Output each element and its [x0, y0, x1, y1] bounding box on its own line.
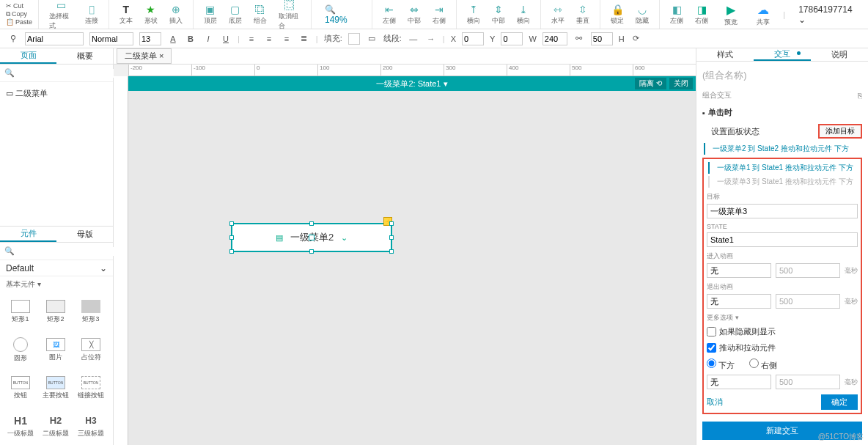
widget-h2[interactable]: H2二级标题 [38, 407, 73, 445]
interactions-tab[interactable]: 交互 [754, 48, 811, 61]
fill-swatch[interactable] [348, 33, 360, 45]
target-line[interactable]: 一级菜单2 到 State2 推动和拉动元件 下方 [704, 143, 862, 155]
state-select[interactable] [707, 232, 858, 247]
widget-placeholder[interactable]: ╳占位符 [73, 331, 108, 369]
widget-search-input[interactable] [18, 247, 119, 256]
lock-button[interactable]: 🔒锁定 [606, 1, 628, 27]
dist-v-button[interactable]: ⇳垂直 [572, 1, 594, 27]
anim-in-select[interactable] [707, 263, 771, 278]
widget-h3[interactable]: H3三级标题 [73, 407, 108, 445]
widget-primary-btn[interactable]: BUTTON主要按钮 [38, 369, 73, 407]
widget-image[interactable]: 🖼图片 [38, 331, 73, 369]
dock-left-button[interactable]: ◧左侧 [666, 1, 688, 27]
dist-h-button[interactable]: ⇿水平 [547, 1, 569, 27]
arrow-icon[interactable]: → [425, 33, 437, 45]
font-select[interactable] [25, 32, 84, 45]
x-input[interactable] [462, 32, 484, 45]
cancel-button[interactable]: 取消 [707, 397, 723, 408]
style-select[interactable] [89, 32, 133, 45]
w-input[interactable] [542, 32, 567, 45]
canvas-tab[interactable]: 二级菜单 × [117, 48, 172, 64]
zoom-display[interactable]: 🔍 149% [317, 4, 366, 25]
rotate-icon[interactable]: ⟳ [630, 33, 642, 45]
widget-h1[interactable]: H1一级标题 [3, 407, 38, 445]
valign-icon[interactable]: ≣ [298, 33, 310, 45]
pages-tab[interactable]: 页面 [0, 48, 56, 64]
widget-button[interactable]: BUTTON按钮 [3, 369, 38, 407]
preview-button[interactable]: ▶预览 [718, 0, 743, 29]
push-ms[interactable] [776, 375, 840, 389]
ungroup-button[interactable]: ⿴取消组合 [274, 0, 305, 32]
paste-button[interactable]: 📋 Paste [6, 18, 32, 26]
page-search-input[interactable] [18, 69, 119, 78]
align-top-button[interactable]: ⤒横向 [463, 1, 485, 27]
font-color-icon[interactable]: A [167, 33, 179, 45]
align-mid-button[interactable]: ⇕中部 [488, 1, 510, 27]
bring-front-button[interactable]: ▣顶层 [199, 1, 221, 27]
underline-icon[interactable]: U [220, 33, 232, 45]
align-center-button[interactable]: ⇔中部 [403, 1, 425, 27]
account-menu[interactable]: 17864197714 ⌄ [792, 4, 862, 25]
h-input[interactable] [591, 32, 613, 45]
y-input[interactable] [501, 32, 523, 45]
isolate-button[interactable]: 隔离 ⟲ [635, 78, 666, 89]
target-line-muted[interactable]: 一级菜单3 到 State1 推动和拉动元件 下方 [708, 176, 858, 188]
align-tl-icon[interactable]: ≡ [246, 33, 257, 45]
push-pull-check[interactable]: 推动和拉动元件 [707, 341, 858, 355]
tree-item[interactable]: ▭ 二级菜单 [6, 87, 107, 100]
push-anim-select[interactable] [707, 375, 771, 389]
add-target-button[interactable]: 添加目标 [818, 124, 862, 139]
selected-widget[interactable]: ▤ 一级菜单2 ⌄ ⚡ [231, 223, 392, 252]
widgets-tab[interactable]: 元件 [0, 227, 56, 242]
event-item[interactable]: ▪单击时 [702, 106, 862, 119]
style-tab[interactable]: 样式 [696, 48, 754, 61]
align-right-button[interactable]: ⇥右侧 [428, 1, 450, 27]
push-right-radio[interactable]: 右侧 [749, 358, 777, 371]
hide-button[interactable]: ◡隐藏 [631, 1, 653, 27]
close-panel-button[interactable]: 关闭 [669, 78, 693, 89]
anim-out-ms[interactable] [776, 294, 840, 309]
widget-link-btn[interactable]: BUTTON链接按钮 [73, 369, 108, 407]
group-name-input[interactable]: (组合名称) [702, 66, 862, 85]
send-back-button[interactable]: ▢底层 [224, 1, 246, 27]
library-select[interactable]: Default⌄ [0, 260, 113, 276]
italic-icon[interactable]: I [202, 33, 214, 45]
copy-button[interactable]: ⧉ Copy [6, 10, 32, 18]
dock-right-button[interactable]: ◨右侧 [691, 1, 713, 27]
more-options-toggle[interactable]: 更多选项 ▾ [707, 313, 858, 323]
align-tr-icon[interactable]: ≡ [281, 33, 293, 45]
group-button[interactable]: ⿻组合 [249, 1, 271, 27]
line-style-icon[interactable]: — [408, 33, 419, 45]
size-input[interactable] [139, 32, 161, 45]
align-tc-icon[interactable]: ≡ [263, 33, 275, 45]
dynamic-panel-header[interactable]: 一级菜单2: State1 ▾ 隔离 ⟲ 关闭 [128, 76, 696, 91]
widget-rect3[interactable]: 矩形3 [73, 293, 108, 331]
canvas[interactable]: 一级菜单2: State1 ▾ 隔离 ⟲ 关闭 ▤ 一级菜单2 ⌄ ⚡ [128, 76, 696, 445]
border-icon[interactable]: ▭ [366, 33, 378, 45]
add-ix-icon[interactable]: ⎘ [858, 92, 862, 100]
anim-in-ms[interactable] [776, 263, 840, 278]
category-label[interactable]: 基本元件 ▾ [0, 276, 113, 293]
eyedropper-icon[interactable]: ⚲ [7, 33, 19, 45]
connect-button[interactable]: ⌷连接 [81, 1, 103, 27]
outline-tab[interactable]: 概要 [56, 48, 113, 64]
widget-rect1[interactable]: 矩形1 [3, 293, 38, 331]
align-bot-button[interactable]: ⤓横向 [512, 1, 534, 27]
widget-rect2[interactable]: 矩形2 [38, 293, 73, 331]
target-line-active[interactable]: 一级菜单1 到 State1 推动和拉动元件 下方 [708, 162, 858, 174]
masters-tab[interactable]: 母版 [56, 227, 113, 242]
widget-circle[interactable]: 圆形 [3, 331, 38, 369]
ok-button[interactable]: 确定 [821, 394, 858, 410]
cut-button[interactable]: ✂ Cut [6, 2, 32, 10]
select-mode-button[interactable]: ▭选择模式 [45, 0, 78, 32]
target-select[interactable] [707, 204, 858, 218]
link-wh-icon[interactable]: ⚯ [573, 33, 585, 45]
shape-button[interactable]: ★形状 [140, 1, 162, 27]
share-button[interactable]: ☁共享 [751, 0, 776, 29]
insert-button[interactable]: ⊕插入 [165, 1, 187, 27]
bold-icon[interactable]: B [185, 33, 196, 45]
align-left-button[interactable]: ⇤左侧 [378, 1, 400, 27]
text-button[interactable]: T文本 [115, 1, 137, 27]
action-label[interactable]: 设置面板状态 [702, 126, 760, 137]
show-if-hidden-check[interactable]: 如果隐藏则显示 [707, 325, 858, 339]
